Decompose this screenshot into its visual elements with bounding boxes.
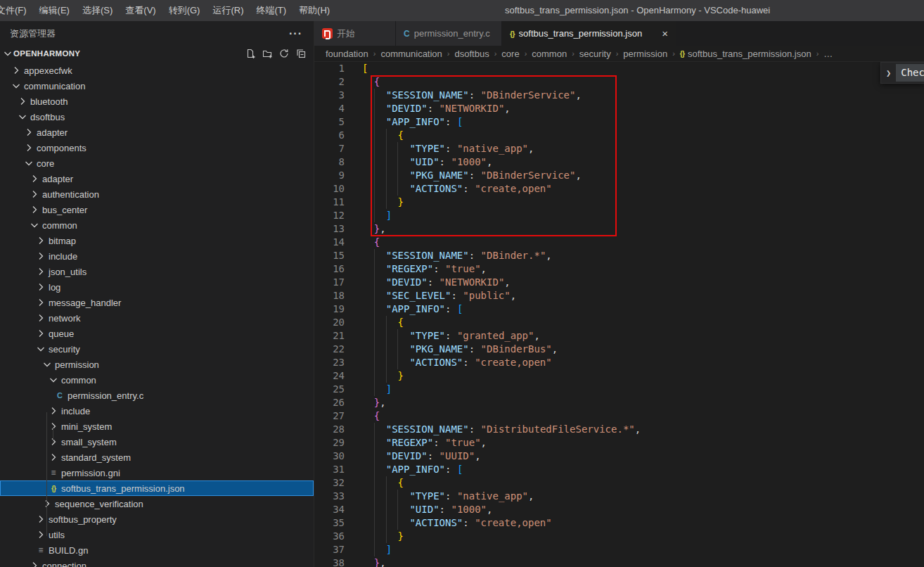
- chevron-down-icon: [35, 343, 46, 355]
- code-line[interactable]: 37 ]: [314, 543, 924, 556]
- new-file-icon[interactable]: [245, 48, 256, 59]
- tree-folder-permission[interactable]: permission: [0, 357, 314, 372]
- tree-folder-adapter[interactable]: adapter: [0, 125, 314, 140]
- code-line[interactable]: 36 }: [314, 530, 924, 543]
- code-line[interactable]: 26 },: [314, 396, 924, 409]
- code-line[interactable]: 17 "DEVID": "NETWORKID",: [314, 276, 924, 289]
- code-line[interactable]: 1[: [314, 62, 924, 75]
- breadcrumb-item[interactable]: core: [501, 49, 519, 59]
- tree-file-BUILD.gn[interactable]: ≡BUILD.gn: [0, 542, 314, 558]
- code-line[interactable]: 10 "ACTIONS": "create,open": [314, 182, 924, 196]
- tree-folder-appexecfwk[interactable]: appexecfwk: [0, 63, 314, 78]
- close-icon[interactable]: ×: [662, 28, 668, 39]
- code-line[interactable]: 18 "SEC_LEVEL": "public",: [314, 289, 924, 302]
- line-number: 12: [314, 209, 345, 222]
- tree-folder-security[interactable]: security: [0, 341, 314, 357]
- tree-folder-queue[interactable]: queue: [0, 326, 314, 341]
- new-folder-icon[interactable]: [262, 48, 273, 59]
- code-line[interactable]: 24 }: [314, 369, 924, 383]
- breadcrumb-item[interactable]: communication: [380, 49, 442, 59]
- tree-folder-common[interactable]: common: [0, 372, 314, 388]
- tree-folder-adapter[interactable]: adapter: [0, 171, 314, 186]
- menu-item[interactable]: 终端(T): [250, 0, 293, 21]
- menu-item[interactable]: 查看(V): [119, 0, 162, 21]
- code-line[interactable]: 21 "TYPE": "granted_app",: [314, 329, 924, 343]
- code-line[interactable]: 27 {: [314, 409, 924, 423]
- breadcrumb-item[interactable]: permission: [623, 49, 667, 59]
- menu-item[interactable]: 转到(G): [162, 0, 207, 21]
- code-line[interactable]: 22 "PKG_NAME": "DBinderBus",: [314, 343, 924, 356]
- code-editor[interactable]: 1[2 {3 "SESSION_NAME": "DBinderService",…: [314, 62, 924, 567]
- tree-folder-common[interactable]: common: [0, 217, 314, 233]
- code-line[interactable]: 2 {: [314, 75, 924, 89]
- tree-folder-bluetooth[interactable]: bluetooth: [0, 94, 314, 109]
- code-line[interactable]: 9 "PKG_NAME": "DBinderService",: [314, 169, 924, 182]
- code-line[interactable]: 28 "SESSION_NAME": "DistributedFileServi…: [314, 423, 924, 436]
- tree-folder-authentication[interactable]: authentication: [0, 186, 314, 202]
- tree-folder-communication[interactable]: communication: [0, 78, 314, 94]
- more-actions-icon[interactable]: ···: [289, 27, 302, 40]
- tab-permission_entry.c[interactable]: Cpermission_entry.c: [396, 21, 502, 46]
- code-line[interactable]: 19 "APP_INFO": [: [314, 302, 924, 316]
- collapse-all-icon[interactable]: [295, 48, 307, 59]
- menu-item[interactable]: 文件(F): [0, 0, 33, 21]
- code-line[interactable]: 4 "DEVID": "NETWORKID",: [314, 102, 924, 115]
- menu-item[interactable]: 编辑(E): [33, 0, 76, 21]
- tree-folder-core[interactable]: core: [0, 155, 314, 171]
- tree-folder-bus_center[interactable]: bus_center: [0, 202, 314, 217]
- tree-folder-components[interactable]: components: [0, 140, 314, 155]
- breadcrumb-item[interactable]: foundation: [326, 49, 368, 59]
- breadcrumb-separator: ›: [572, 49, 575, 58]
- code-line[interactable]: 30 "DEVID": "UUID",: [314, 450, 924, 463]
- line-number: 2: [314, 75, 345, 89]
- breadcrumb-item[interactable]: security: [579, 49, 611, 59]
- code-line[interactable]: 25 ]: [314, 383, 924, 396]
- code-line[interactable]: 8 "UID": "1000",: [314, 155, 924, 169]
- tab-softbus_trans_permission.json[interactable]: {}softbus_trans_permission.json×: [502, 21, 676, 46]
- menu-item[interactable]: 帮助(H): [293, 0, 336, 21]
- code-line[interactable]: 5 "APP_INFO": [: [314, 115, 924, 129]
- code-line[interactable]: 20 {: [314, 316, 924, 329]
- code-line[interactable]: 35 "ACTIONS": "create,open": [314, 516, 924, 530]
- tree-folder-json_utils[interactable]: json_utils: [0, 264, 314, 279]
- tree-folder-include[interactable]: include: [0, 248, 314, 264]
- tree-folder-bitmap[interactable]: bitmap: [0, 233, 314, 248]
- checklist-item[interactable]: Checkl: [896, 64, 924, 82]
- code-line[interactable]: 23 "ACTIONS": "create,open": [314, 356, 924, 369]
- code-line[interactable]: 38 },: [314, 556, 924, 567]
- menu-item[interactable]: 运行(R): [206, 0, 250, 21]
- tree-file-permission_entry.c[interactable]: Cpermission_entry.c: [0, 388, 314, 403]
- code-text: {: [362, 409, 380, 423]
- code-line[interactable]: 11 }: [314, 196, 924, 209]
- breadcrumb-more[interactable]: …: [823, 49, 833, 59]
- breadcrumb-file[interactable]: softbus_trans_permission.json: [688, 49, 811, 59]
- tab-开始[interactable]: 开始: [314, 21, 396, 46]
- code-text: "UID": "1000",: [362, 503, 492, 516]
- code-line[interactable]: 31 "APP_INFO": [: [314, 463, 924, 476]
- code-line[interactable]: 29 "REGEXP": "true",: [314, 436, 924, 450]
- tree-item-label: small_system: [61, 437, 117, 447]
- code-line[interactable]: 32 {: [314, 476, 924, 490]
- code-line[interactable]: 15 "SESSION_NAME": "DBinder.*",: [314, 249, 924, 262]
- checklist-flyout[interactable]: ❯ Checkl: [880, 62, 924, 84]
- tree-folder-dsoftbus[interactable]: dsoftbus: [0, 109, 314, 125]
- refresh-icon[interactable]: [278, 48, 290, 59]
- code-line[interactable]: 7 "TYPE": "native_app",: [314, 142, 924, 155]
- code-line[interactable]: 3 "SESSION_NAME": "DBinderService",: [314, 89, 924, 102]
- code-line[interactable]: 14 {: [314, 236, 924, 249]
- tree-folder-message_handler[interactable]: message_handler: [0, 295, 314, 310]
- tree-folder-log[interactable]: log: [0, 279, 314, 295]
- code-line[interactable]: 12 ]: [314, 209, 924, 222]
- line-number: 38: [314, 556, 345, 567]
- tree-folder-network[interactable]: network: [0, 310, 314, 326]
- code-line[interactable]: 16 "REGEXP": "true",: [314, 262, 924, 276]
- breadcrumb-item[interactable]: dsoftbus: [455, 49, 489, 59]
- tree-folder-connection[interactable]: connection: [0, 558, 314, 567]
- breadcrumb-item[interactable]: common: [532, 49, 567, 59]
- code-line[interactable]: 6 {: [314, 129, 924, 142]
- explorer-section-header[interactable]: OPENHARMONY: [0, 46, 314, 61]
- code-line[interactable]: 33 "TYPE": "native_app",: [314, 490, 924, 503]
- menu-item[interactable]: 选择(S): [76, 0, 119, 21]
- code-line[interactable]: 34 "UID": "1000",: [314, 503, 924, 516]
- code-line[interactable]: 13 },: [314, 222, 924, 236]
